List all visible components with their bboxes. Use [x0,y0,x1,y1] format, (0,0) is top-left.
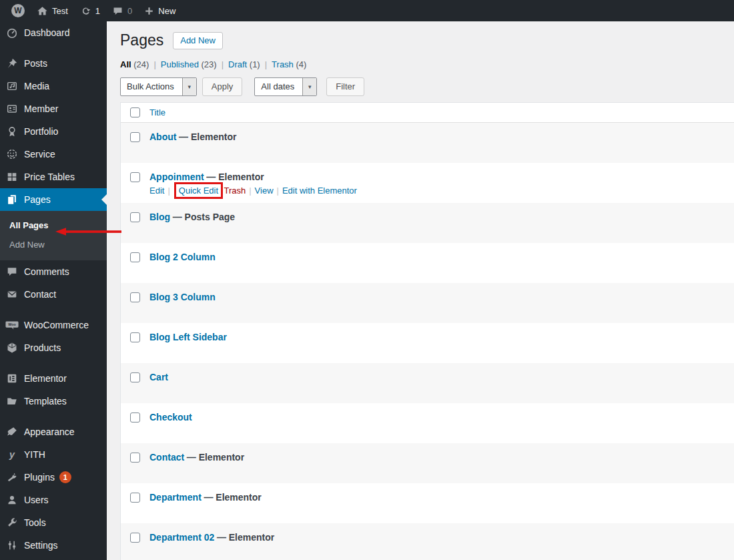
brush-icon [5,426,19,438]
page-title: Pages [120,31,163,51]
separator: | [222,59,224,69]
table-row: About — Elementor [121,123,734,163]
sidebar-item-templates[interactable]: Templates [0,390,107,412]
yith-icon: y [5,449,19,461]
page-title-link[interactable]: Department 02 [149,532,214,543]
sidebar-item-yith[interactable]: y YITH [0,443,107,466]
updates-icon [80,5,91,17]
filter-trash-link[interactable]: Trash [272,59,294,69]
wordpress-menu[interactable]: W [5,0,31,21]
filter-published-link[interactable]: Published [161,59,199,69]
add-new-button[interactable]: Add New [173,32,223,49]
view-action-link[interactable]: View [255,186,274,196]
wordpress-admin-pages-screen: { "admin_bar": { "site_name": "Test", "u… [0,0,734,560]
select-row-checkbox[interactable] [130,493,140,503]
select-row-checkbox[interactable] [130,212,140,222]
comments-link[interactable]: 0 [106,0,138,21]
sidebar-item-label: Settings [24,540,58,551]
sidebar-item-label: Templates [24,396,67,406]
apply-button[interactable]: Apply [202,77,243,96]
edit-action-link[interactable]: Edit [149,186,164,196]
page-title-link[interactable]: Department [149,492,202,503]
trash-action-link[interactable]: Trash [224,186,246,196]
pages-icon [5,194,19,206]
sidebar-item-tools[interactable]: Tools [0,511,107,534]
page-header: Pages Add New [120,21,734,51]
submenu-item-add-new[interactable]: Add New [0,235,107,254]
sidebar-item-appearance[interactable]: Appearance [0,421,107,443]
bulk-actions-select[interactable]: Bulk Actions ▾ [120,77,197,96]
chevron-down-icon: ▾ [182,78,196,95]
sidebar-item-contact[interactable]: Contact [0,283,107,306]
select-row-checkbox[interactable] [130,533,140,543]
plus-icon [144,6,154,16]
svg-text:Woo: Woo [8,322,16,326]
separator: | [167,186,169,196]
sidebar-item-posts[interactable]: Posts [0,52,107,75]
site-name-link[interactable]: Test [31,0,74,21]
column-title-sort-link[interactable]: Title [149,107,165,117]
filter-draft-count: (1) [250,59,260,69]
updates-link[interactable]: 1 [74,0,106,21]
table-header-row: Title [121,103,734,123]
sidebar-item-label: WooCommerce [24,320,89,330]
select-row-checkbox[interactable] [130,132,140,142]
sidebar-item-price-tables[interactable]: Price Tables [0,166,107,188]
table-row: Appoinment — Elementor Edit|Quick Edit T… [121,163,734,203]
dates-filter-value: All dates [255,78,302,95]
filter-draft-link[interactable]: Draft [228,59,247,69]
table-toolbar: Bulk Actions ▾ Apply All dates ▾ Filter [120,77,734,96]
select-all-checkbox[interactable] [130,107,140,117]
sidebar-item-dashboard[interactable]: Dashboard [0,21,107,44]
table-row: Cart [121,363,734,403]
page-title-link[interactable]: About [149,131,176,142]
page-title-link[interactable]: Cart [149,372,168,382]
sidebar-item-media[interactable]: Media [0,75,107,97]
sidebar-item-elementor[interactable]: Elementor [0,367,107,390]
select-row-checkbox[interactable] [130,453,140,463]
menu-separator [0,44,107,52]
table-body: About — Elementor Appoinment — Elementor… [121,123,734,560]
sidebar-item-label: Price Tables [24,172,75,182]
select-row-checkbox[interactable] [130,172,140,182]
sidebar-item-service[interactable]: Service [0,143,107,166]
filter-trash-count: (4) [296,59,306,69]
select-row-checkbox[interactable] [130,412,140,423]
sidebar-item-portfolio[interactable]: Portfolio [0,120,107,143]
edit-with-elementor-action-link[interactable]: Edit with Elementor [282,186,357,196]
page-title-link[interactable]: Blog 3 Column [149,292,216,302]
post-state-label: — Posts Page [173,212,235,222]
table-row: Checkout [121,403,734,443]
page-title-link[interactable]: Blog Left Sidebar [149,332,227,342]
dates-filter-select[interactable]: All dates ▾ [254,77,317,96]
admin-sidebar: Dashboard Posts Media Member Portfolio S… [0,21,107,560]
sidebar-item-products[interactable]: Products [0,336,107,359]
post-state-label: — Elementor [217,532,274,543]
sidebar-item-label: Pages [24,194,51,205]
filter-button[interactable]: Filter [326,77,364,96]
select-row-checkbox[interactable] [130,292,140,302]
quick-edit-action-link[interactable]: Quick Edit [179,186,218,196]
new-content-link[interactable]: New [138,0,181,21]
page-title-link[interactable]: Checkout [149,412,192,423]
page-title-link[interactable]: Appoinment [149,172,204,182]
select-row-checkbox[interactable] [130,252,140,262]
sidebar-item-woocommerce[interactable]: Woo WooCommerce [0,314,107,336]
sidebar-item-comments[interactable]: Comments [0,260,107,283]
sidebar-item-member[interactable]: Member [0,97,107,120]
page-title-link[interactable]: Contact [149,452,184,463]
select-row-checkbox[interactable] [130,332,140,342]
sidebar-item-plugins[interactable]: Plugins 1 [0,466,107,489]
page-title-link[interactable]: Blog 2 Column [149,252,216,262]
select-row-checkbox[interactable] [130,372,140,382]
sidebar-item-users[interactable]: Users [0,489,107,511]
sidebar-item-settings[interactable]: Settings [0,534,107,557]
filter-published-count: (23) [202,59,217,69]
sidebar-item-label: Tools [24,517,46,528]
page-title-link[interactable]: Blog [149,212,170,222]
filter-all-link[interactable]: All [120,59,131,69]
admin-bar: W Test 1 0 New [0,0,734,21]
sidebar-item-pages[interactable]: Pages [0,188,107,211]
separator: | [265,59,267,69]
sidebar-item-label: Member [24,103,58,114]
